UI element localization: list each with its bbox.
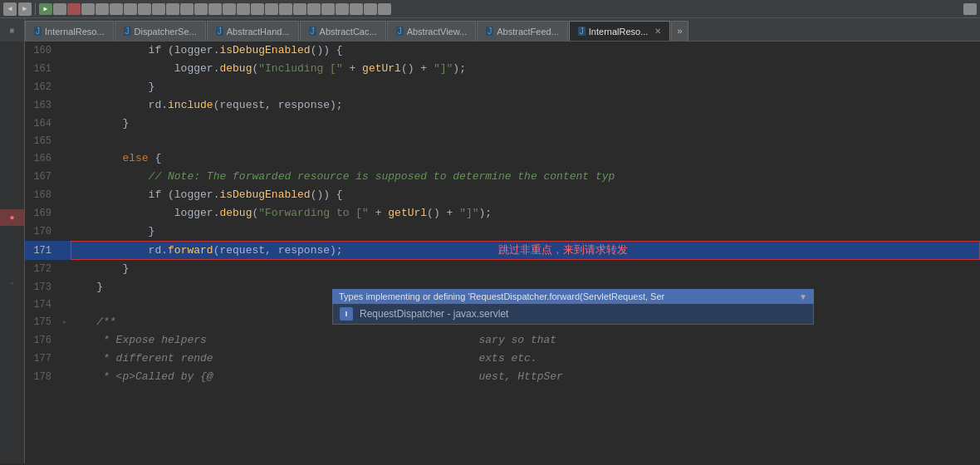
line-num-174: 174 [25,298,58,311]
code-line-162: 162 } [25,78,980,96]
tab-icon-4: J [309,27,316,36]
tab-label-2: DispatcherSe... [135,27,197,37]
code-line-161: 161 logger.debug("Including [" + getUrl(… [25,60,980,78]
code-line-168: 168 if (logger.isDebugEnabled()) { [25,186,980,204]
line-content-171: rd.forward(request, response); 跳过非重点，来到请… [71,241,980,260]
tab-label-7: InternalReso... [589,27,649,37]
code-line-169: 169 logger.debug("Forwarding to [" + get… [25,204,980,223]
line-num-171: 171 [25,244,58,257]
tab-label-5: AbstractView... [407,27,468,37]
toolbar-icon-23[interactable] [364,3,377,15]
toolbar-icon-24[interactable] [378,3,391,15]
tab-label-6: AbstractFeed... [497,27,559,37]
tab-overflow[interactable]: » [671,21,688,41]
popup-item-label: RequestDispatcher - javax.servlet [360,308,508,320]
code-area[interactable]: 160 if (logger.isDebugEnabled()) { 161 l… [25,42,980,463]
toolbar-icon-help[interactable] [963,3,977,15]
code-line-166: 166 else { [25,149,980,168]
toolbar-icon-17[interactable] [279,3,292,15]
line-content-160: if (logger.isDebugEnabled()) { [71,42,980,60]
line-num-166: 166 [25,152,58,165]
toolbar-icon-5[interactable] [110,3,123,15]
toolbar-icon-20[interactable] [321,3,335,15]
code-line-163: 163 rd.include(request, response); [25,96,980,115]
line-num-162: 162 [25,81,58,94]
line-content-163: rd.include(request, response); [71,96,980,115]
code-line-167: 167 // Note: The forwarded resource is s… [25,168,980,186]
toolbar-icon-3[interactable] [81,3,95,15]
toolbar-icon-6[interactable] [124,3,137,15]
code-line-176: 176 * Expose helpers sary so that [25,331,980,350]
line-num-176: 176 [25,334,58,347]
line-num-177: 177 [25,352,58,365]
tab-close-icon[interactable]: ✕ [654,27,661,36]
line-content-170: } [71,223,980,241]
toolbar-icon-21[interactable] [336,3,349,15]
tab-abstractfeed[interactable]: J AbstractFeed... [477,21,568,41]
toolbar-icon-4[interactable] [96,3,109,15]
toolbar: ◀ ▶ ▶ [0,0,980,18]
tab-dispatcherse[interactable]: J DispatcherSe... [115,21,206,41]
toolbar-icon-13[interactable] [223,3,236,15]
toolbar-icon-12[interactable] [208,3,222,15]
line-content-178: * <p>Called by {@ uest, HttpSer [71,368,980,386]
tab-icon-3: J [216,27,223,36]
tab-internalreso-1[interactable]: J InternalReso... [25,21,114,41]
fold-arrow-175[interactable]: ◦ [58,318,71,327]
toolbar-sep-1 [35,3,36,15]
line-content-176: * Expose helpers sary so that [71,331,980,350]
toolbar-icon-18[interactable] [293,3,306,15]
line-num-173: 173 [25,281,58,294]
toolbar-icon-2[interactable] [67,3,81,15]
code-line-178: 178 * <p>Called by {@ uest, HttpSer [25,368,980,386]
toolbar-icon-10[interactable] [180,3,194,15]
tab-label-3: AbstractHand... [227,27,290,37]
line-content-164: } [71,115,980,133]
code-line-177: 177 * different rende exts etc. [25,350,980,368]
toolbar-icon-run[interactable]: ▶ [39,3,52,15]
line-num-163: 163 [25,99,58,112]
popup-scroll-down-icon[interactable]: ▼ [799,292,807,301]
toolbar-icon-22[interactable] [350,3,363,15]
tab-abstractcac[interactable]: J AbstractCac... [300,21,386,41]
tab-abstracthand[interactable]: J AbstractHand... [207,21,299,41]
line-num-172: 172 [25,262,58,276]
line-content-166: else { [71,149,980,168]
tab-abstractview[interactable]: J AbstractView... [387,21,477,41]
toolbar-icon-11[interactable] [194,3,208,15]
code-lines: 160 if (logger.isDebugEnabled()) { 161 l… [25,42,980,386]
popup-header: Types implementing or defining 'RequestD… [332,289,814,304]
toolbar-icon-15[interactable] [251,3,264,15]
line-num-170: 170 [25,225,58,238]
toolbar-icon-9[interactable] [166,3,179,15]
line-num-160: 160 [25,44,58,57]
toolbar-icon-7[interactable] [138,3,151,15]
tab-icon-6: J [486,27,493,36]
toolbar-icon-forward[interactable]: ▶ [18,2,32,16]
tab-icon-2: J [124,27,131,36]
toolbar-icon-back[interactable]: ◀ [3,2,17,16]
toolbar-icon-19[interactable] [307,3,321,15]
tab-icon-7: J [578,27,586,36]
left-gutter: ● ◦ [0,42,25,463]
popup-item-interface-icon: I [340,307,353,321]
editor-container: ● ◦ 160 if (logger.isDebugEnabled()) { 1… [0,42,980,463]
line-num-178: 178 [25,370,58,384]
panel-icon[interactable]: ▣ [10,27,14,34]
line-content-168: if (logger.isDebugEnabled()) { [71,186,980,204]
fold-indicator-175[interactable]: ◦ [10,276,14,292]
line-content-172: } [71,260,980,278]
toolbar-icon-14[interactable] [237,3,250,15]
code-line-172: 172 } [25,260,980,278]
toolbar-icon-1[interactable] [53,3,66,15]
tab-internalreso-2-active[interactable]: J InternalReso... ✕ [569,21,671,41]
code-line-165: 165 [25,133,980,149]
breakpoint-indicator[interactable]: ● [0,209,24,226]
tab-label-1: InternalReso... [45,27,105,37]
tabbar: ▣ J InternalReso... J DispatcherSe... J … [0,18,980,42]
toolbar-icon-16[interactable] [265,3,278,15]
popup-item-requestdispatcher[interactable]: I RequestDispatcher - javax.servlet [333,304,813,324]
line-num-164: 164 [25,117,58,130]
popup-body: I RequestDispatcher - javax.servlet [332,304,814,325]
toolbar-icon-8[interactable] [152,3,165,15]
